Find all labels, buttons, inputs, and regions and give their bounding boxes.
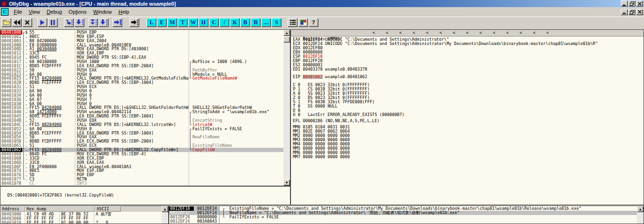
child-restore-button[interactable] [628, 9, 635, 15]
disasm-row[interactable]: 00401032│.6A 00PUSH 0 [0, 89, 283, 93]
disasm-row[interactable]: 00401036│.6A 07PUSH 7 [0, 98, 283, 102]
register-row[interactable]: EBX 00000000 [293, 50, 644, 54]
disasm-row[interactable]: 00401017│.68 00100000PUSH 1000┌BufSize =… [0, 60, 283, 64]
menu-view[interactable]: View [26, 8, 44, 16]
run-button[interactable] [37, 18, 47, 27]
close-program-button[interactable] [22, 18, 32, 27]
breakpoints-window-button[interactable]: B [240, 18, 250, 27]
minimize-button[interactable] [621, 0, 628, 7]
appearance-button[interactable] [298, 18, 308, 27]
disasm-row[interactable]: 00401003│.B8 04200000MOV EAX,2004 [0, 39, 283, 43]
restore-button[interactable] [628, 0, 635, 7]
register-text-row[interactable]: O 0 LastErr ERROR_ALREADY_EXISTS (000000… [293, 113, 644, 117]
execute-till-return-button[interactable] [112, 18, 122, 27]
threads-window-button[interactable]: T [178, 18, 188, 27]
disasm-row[interactable]: 00401008│.E8 D3080000CALL wsample0.00401… [0, 43, 283, 47]
stack-scrollbar[interactable]: ▲ [637, 206, 644, 224]
disasm-row[interactable]: 00401038│.6A 00PUSH 0 [0, 102, 283, 106]
dump-col-address[interactable]: Address [0, 206, 25, 212]
disasm-row[interactable]: 0040106B│.33CDXOR ECX,EBP [0, 156, 283, 161]
disasm-row[interactable]: 0040105A│.50PUSH EAX│NewFileName [0, 135, 283, 139]
step-into-button[interactable] [64, 18, 74, 27]
disasm-row[interactable]: 00401078CCINT3 [0, 181, 283, 186]
disasm-row[interactable]: 00401034│.6A 00PUSH 0 [0, 93, 283, 98]
disasm-row[interactable]: 0040101C│.8D85 FCDFFFFFLEA EAX,DWORD PTR… [0, 64, 283, 68]
register-text-row[interactable]: P 1 CS 001B 32bit 0(FFFFFFFF) [293, 87, 644, 91]
menu-file[interactable]: File [10, 8, 26, 16]
pause-button[interactable] [48, 18, 58, 27]
disasm-row[interactable]: 0040106F│.E8 2F000000CALL wsample0.00401… [0, 165, 283, 169]
references-window-button[interactable]: R [251, 18, 261, 27]
register-row[interactable]: EBP 0012FF28 [293, 59, 644, 63]
register-text-row[interactable]: MM7 8000 0000 0000 0000 [293, 155, 644, 159]
windows-list-button[interactable] [288, 18, 298, 27]
register-text-row[interactable]: MM1 002E 0067 0062 0064 [293, 129, 644, 134]
disasm-scrollbar[interactable]: ▲ ▼ [283, 30, 290, 186]
menu-help[interactable]: Help [115, 8, 133, 16]
stack-row[interactable]: 0012DF180012DF24┌ExistingFileName = "C:\… [169, 206, 637, 211]
disasm-row[interactable]: 0040100D│.A1 00304000MOV EAX,DWORD PTR D… [0, 47, 283, 51]
scroll-up-icon[interactable]: ▲ [283, 30, 290, 36]
executables-window-button[interactable]: E [157, 18, 167, 27]
disasm-row[interactable]: 00401023│.6A 00PUSH 0│hModule = NULL [0, 72, 283, 77]
disasm-row[interactable]: 00401054│.8D85 FCEFFFFFLEA EAX,DWORD PTR… [0, 131, 283, 135]
child-close-button[interactable] [636, 9, 643, 15]
disasm-row[interactable]: 00401074│.8BE5MOV ESP,EBP [0, 169, 283, 173]
dump-row[interactable]: 00403010FF FF FF FF01 00 00 00? 0 [0, 221, 162, 224]
animate-over-button[interactable] [99, 18, 109, 27]
cpu-child-icon[interactable]: C [1, 8, 9, 16]
disasm-row[interactable]: 00401014│.8945 FCMOV DWORD PTR SS:[EBP-4… [0, 55, 283, 60]
register-row[interactable]: ESP 0012DF18 [293, 54, 644, 59]
disasm-row[interactable]: 00401061│.51PUSH ECX│ExistingFileName [0, 143, 283, 148]
cpu-window-button[interactable]: C [209, 18, 219, 27]
register-text-row[interactable]: T 0 GS 0000 NULL [293, 104, 644, 108]
windows-window-button[interactable]: W [188, 18, 198, 27]
memory-window-button[interactable]: M [167, 18, 177, 27]
dump-col-hex[interactable]: Hex dump [25, 206, 95, 212]
disasm-row[interactable]: 00401012│.33C5XOR EAX,EBP [0, 51, 283, 55]
register-row[interactable]: EAX 0012EF24 UNICODE "C:\Documents and S… [293, 37, 644, 42]
disasm-row[interactable]: 0040102B│.8D8D FCEFFFFFLEA ECX,DWORD PTR… [0, 81, 283, 85]
disasm-row[interactable]: 00401077└.C3RETN [0, 177, 283, 181]
help-button[interactable]: ? [308, 18, 318, 27]
disasm-row[interactable]: 00401045│.8D95 FCEFFFFFLEA EDX,DWORD PTR… [0, 114, 283, 118]
menu-options[interactable]: Options [65, 8, 90, 16]
scroll-up-icon[interactable]: ▲ [637, 206, 644, 212]
disasm-row[interactable]: 00401022│.50PUSH EAX│PathBuffer [0, 68, 283, 72]
register-text-row[interactable]: S 1 FS 003B 32bit 7FFDE000(FFF) [293, 100, 644, 104]
disasm-row[interactable]: 00401025│.FF15 04204000CALL DWORD PTR DS… [0, 76, 283, 81]
close-button[interactable] [636, 0, 643, 7]
register-text-row[interactable]: C 0 ES 0023 32bit 0(FFFFFFFF) [293, 83, 644, 87]
register-text-row[interactable]: EFL 00000286 (NO,NB,NE,A,S,PE,L,LE) [293, 119, 644, 123]
register-text-row[interactable]: MM4 0000 0000 0000 0000 [293, 142, 644, 146]
register-row[interactable]: ESI 00000001 [293, 63, 644, 67]
disasm-row[interactable]: 0040106D│.33C0XOR EAX,EAX [0, 161, 283, 165]
register-row[interactable]: EDI 00403378 wsample0.00403378 [293, 67, 644, 72]
disasm-row[interactable]: 0040105B│.8D8D FCDFFFFFLEA ECX,DWORD PTR… [0, 139, 283, 143]
dump-scrollbar[interactable]: ▲ [162, 206, 168, 224]
register-row[interactable]: ECX 0012DF24 UNICODE "C:\Documents and S… [293, 42, 644, 46]
handles-window-button[interactable]: H [199, 18, 209, 27]
open-file-button[interactable] [1, 18, 11, 27]
menu-window[interactable]: Window [90, 8, 115, 16]
scroll-down-icon[interactable]: ▼ [283, 179, 290, 186]
run-trace-window-button[interactable]: … [261, 18, 271, 27]
stack-row[interactable]: 0012DF1C0012EF24│NewFileName = "C:\Docum… [169, 211, 637, 215]
registers-mode-arrows[interactable]: <<<<<<<<<<<<<< [372, 30, 560, 36]
menu-debug[interactable]: Debug [43, 8, 65, 16]
disasm-row[interactable]: 00401076│.5DPOP EBP [0, 173, 283, 177]
disasm-row[interactable]: 0040104B│.52PUSH EDX│ConcatString [0, 118, 283, 123]
register-text-row[interactable]: MM2 0000 0000 0000 0000 [293, 134, 644, 138]
disasm-row[interactable]: 0040103A│.FF15 B4204000CALL DWORD PTR DS… [0, 106, 283, 110]
patches-window-button[interactable]: / [219, 18, 229, 27]
register-text-row[interactable]: Z 0 DS 0023 32bit 0(FFFFFFFF) [293, 96, 644, 100]
register-text-row[interactable]: MM0 0105 0104 0031 0031 [293, 125, 644, 129]
registers-header[interactable]: Registers (MMX) <<<<<<<<<<<<<< [291, 30, 644, 36]
call-stack-window-button[interactable]: K [230, 18, 240, 27]
scroll-up-icon[interactable]: ▲ [162, 206, 168, 212]
animate-into-button[interactable] [88, 18, 98, 27]
disasm-row[interactable]: 00401040│.68 14214000PUSH wsample0.00402… [0, 110, 283, 114]
scroll-thumb[interactable] [283, 36, 290, 43]
disasm-row[interactable]: 00401062│.FF15 00204000CALL DWORD PTR DS… [0, 148, 283, 152]
disasm-row[interactable]: 00401052│.6A 00PUSH 0┌FailIfExists = FAL… [0, 127, 283, 131]
